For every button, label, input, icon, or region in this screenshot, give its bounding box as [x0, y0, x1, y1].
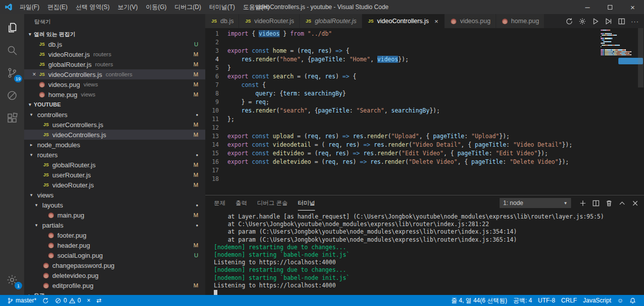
menu-item[interactable]: 도움말(H) [239, 0, 274, 14]
outline-section-header[interactable]: ▸ 윤곽 [24, 290, 205, 295]
language-mode-item[interactable]: JavaScript [580, 295, 614, 306]
tree-file[interactable]: socialLogin.pugU [24, 250, 205, 260]
code-line[interactable]: 12 [205, 124, 644, 132]
problems-item[interactable]: 0 0 [52, 295, 84, 306]
editor-tab[interactable]: JSvideoRouter.js [239, 14, 299, 28]
run-icon[interactable] [592, 18, 599, 25]
activity-debug[interactable] [0, 84, 24, 107]
activity-extensions[interactable] [0, 107, 24, 129]
tree-file[interactable]: deletevideo.pug [24, 270, 205, 280]
tree-folder[interactable]: ▾layouts● [24, 200, 205, 210]
extension-status-arrows[interactable]: ⇄ [94, 295, 105, 306]
more-actions-icon[interactable]: ··· [631, 18, 639, 25]
code-line[interactable]: 9 } = req; [205, 98, 644, 107]
panel-tab[interactable]: 출력 [235, 195, 247, 211]
tree-file[interactable]: changepassword.pug [24, 260, 205, 270]
menu-item[interactable]: 디버그(D) [171, 0, 205, 14]
panel-tab[interactable]: 터미널 [298, 195, 315, 211]
code-editor[interactable]: 1import { videos } from "../db"23export … [205, 28, 644, 195]
notifications-item[interactable] [626, 295, 639, 306]
editor-tab[interactable]: home.pug [496, 14, 545, 28]
menu-item[interactable]: 이동(G) [142, 0, 171, 14]
code-line[interactable]: 14export const videodetail = ( req, res)… [205, 141, 644, 149]
close-panel-icon[interactable] [631, 199, 639, 207]
sync-icon[interactable] [566, 18, 573, 25]
menu-item[interactable]: 보기(V) [114, 0, 142, 14]
code-line[interactable]: 8 query: {term: searchingBy} [205, 89, 644, 98]
code-line[interactable]: 4 res.render("home", {pageTitle: "Home",… [205, 55, 644, 64]
split-editor-icon[interactable] [618, 18, 625, 25]
close-icon[interactable]: × [433, 18, 439, 25]
gear-icon[interactable] [579, 18, 586, 25]
open-editor-item[interactable]: home.pugviewsM [24, 89, 205, 99]
maximize-panel-icon[interactable] [618, 199, 626, 207]
activity-settings[interactable]: 1 [0, 268, 24, 291]
code-line[interactable]: 1import { videos } from "../db" [205, 30, 644, 38]
open-editor-item[interactable]: JSglobalRouter.jsroutersM [24, 59, 205, 69]
tree-file[interactable]: editprofile.pugM [24, 280, 205, 290]
tree-file[interactable]: main.pugM [24, 210, 205, 220]
code-line[interactable]: 7 const { [205, 81, 644, 89]
split-terminal-icon[interactable] [592, 199, 600, 207]
project-section-header[interactable]: ▾ YOUTUBE [24, 99, 205, 110]
code-line[interactable]: 10 res.render("search", {pageTitle: "Sea… [205, 107, 644, 115]
close-window-button[interactable]: × [621, 0, 644, 14]
tree-folder[interactable]: ▾partials● [24, 220, 205, 230]
eol-item[interactable]: CRLF [558, 295, 580, 306]
code-line[interactable]: 11}; [205, 115, 644, 124]
tree-file[interactable]: JSglobalRouter.jsM [24, 160, 205, 170]
menu-item[interactable]: 선택 영역(S) [71, 0, 113, 14]
tree-file[interactable]: JSuserRouter.jsM [24, 170, 205, 180]
maximize-button[interactable] [599, 0, 621, 14]
git-branch-item[interactable]: master* [4, 295, 39, 306]
editor-scrollbar[interactable] [638, 28, 643, 87]
tree-file[interactable]: JSvideoControllers.jsM [24, 130, 205, 140]
tree-file[interactable]: footer.pug [24, 230, 205, 240]
menu-item[interactable]: 파일(F) [16, 0, 43, 14]
tree-folder[interactable]: ▾views [24, 190, 205, 200]
terminal-output[interactable]: at Layer.handle [as handle_request] (C:\… [205, 211, 644, 295]
encoding-item[interactable]: UTF-8 [535, 295, 558, 306]
code-line[interactable]: 6export const search = (req, res) => { [205, 72, 644, 81]
run-all-icon[interactable] [605, 18, 612, 25]
editor-tab[interactable]: JSglobalRouter.js [300, 14, 362, 28]
minimize-button[interactable]: ─ [576, 0, 599, 14]
indentation-item[interactable]: 공백: 4 [510, 295, 535, 306]
code-line[interactable]: 16export const deletevideo = (req, res) … [205, 158, 644, 166]
activity-explorer[interactable] [0, 16, 24, 39]
kill-terminal-icon[interactable] [605, 199, 613, 207]
code-line[interactable]: 5} [205, 64, 644, 72]
terminal-picker[interactable]: 1: node ▼ [500, 198, 571, 208]
panel-tab[interactable]: 디버그 콘솔 [257, 195, 288, 211]
code-line[interactable]: 17 [205, 166, 644, 175]
tree-folder[interactable]: ▾controllers● [24, 110, 205, 120]
tree-file[interactable]: JSvideoRouter.jsM [24, 180, 205, 190]
open-editor-item[interactable]: ×JSvideoControllers.jscontrollersM [24, 69, 205, 79]
open-editors-header[interactable]: ▾ 열려 있는 편집기 [24, 29, 205, 39]
tree-file[interactable]: header.pugM [24, 240, 205, 250]
code-line[interactable]: 3export const home = (req, res) => { [205, 47, 644, 55]
tree-folder[interactable]: ▾routers● [24, 150, 205, 160]
editor-tab[interactable]: videos.pug [445, 14, 496, 28]
open-editor-item[interactable]: videos.pugviewsM [24, 79, 205, 89]
panel-tab[interactable]: 문제 [214, 195, 225, 211]
new-terminal-icon[interactable] [579, 199, 587, 207]
cursor-position-item[interactable]: 줄 4, 열 44(6 선택됨) [448, 295, 510, 306]
tree-file[interactable]: JSuserControllers.jsM [24, 120, 205, 130]
extension-status-close[interactable]: × [84, 295, 94, 306]
menu-item[interactable]: 편집(E) [43, 0, 71, 14]
close-icon[interactable]: × [30, 71, 38, 78]
git-sync-item[interactable] [39, 295, 52, 306]
editor-tab[interactable]: JSdb.js [205, 14, 239, 28]
editor-tab[interactable]: JSvideoControllers.js× [362, 14, 445, 28]
code-line[interactable]: 2 [205, 38, 644, 47]
open-editor-item[interactable]: JSvideoRouter.jsroutersM [24, 49, 205, 59]
activity-source-control[interactable]: 19 [0, 61, 24, 84]
activity-search[interactable] [0, 39, 24, 61]
code-line[interactable]: 18 [205, 175, 644, 183]
code-line[interactable]: 15export const editvideo = (req, res) =>… [205, 149, 644, 158]
open-editor-item[interactable]: JSdb.jsU [24, 39, 205, 49]
tree-folder[interactable]: ▸node_modules [24, 140, 205, 150]
menu-item[interactable]: 터미널(T) [205, 0, 239, 14]
minimap[interactable] [601, 30, 637, 59]
